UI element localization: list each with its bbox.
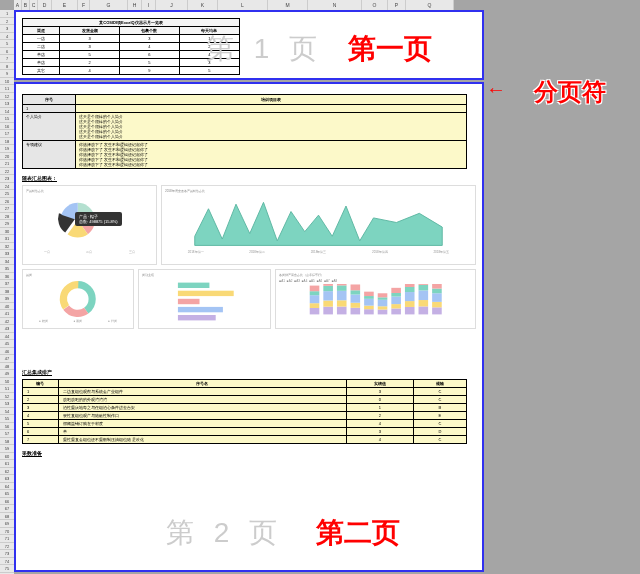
donut-chart: 品类 ● 帽类● 服类● 鞋类 bbox=[22, 269, 134, 329]
svg-rect-26 bbox=[351, 290, 361, 294]
page2-overlay-label: 第二页 bbox=[316, 514, 400, 552]
svg-rect-37 bbox=[378, 293, 388, 297]
svg-rect-55 bbox=[432, 293, 442, 302]
svg-rect-12 bbox=[310, 286, 320, 292]
svg-rect-39 bbox=[392, 304, 402, 308]
svg-rect-10 bbox=[310, 295, 320, 303]
svg-rect-9 bbox=[310, 303, 320, 308]
area-chart: 2018年度全面各产品销售占比 2018年第一2018年第二2018年第三201… bbox=[161, 185, 476, 265]
pie-chart: 产品销售占比 产品 · 帽子 总数: 498875 (15.8%) 一月二月三月 bbox=[22, 185, 157, 265]
svg-rect-25 bbox=[351, 295, 361, 303]
svg-rect-4 bbox=[177, 291, 233, 296]
svg-rect-43 bbox=[405, 307, 415, 314]
svg-rect-15 bbox=[324, 291, 334, 300]
page2-watermark: 第 2 页 bbox=[166, 514, 283, 552]
page-break-label: 分页符 bbox=[534, 76, 606, 108]
svg-rect-33 bbox=[378, 310, 388, 315]
svg-rect-35 bbox=[378, 300, 388, 306]
svg-rect-44 bbox=[405, 301, 415, 307]
page1-overlay-label: 第一页 bbox=[348, 30, 432, 68]
svg-rect-36 bbox=[378, 297, 388, 299]
page-2: 序号 培训项目表 1 个人简介这天是个很棒的个人简介这天是个很棒的个人简介这天是… bbox=[14, 82, 484, 572]
spreadsheet-canvas[interactable]: 某COSIDI项ExcelQ仪器示月一览表 渠道发货金额包裹个数每天均单 一店3… bbox=[14, 10, 484, 574]
svg-rect-5 bbox=[177, 299, 199, 304]
svg-rect-52 bbox=[419, 284, 429, 285]
hbar-chart: 类别业绩 bbox=[138, 269, 272, 329]
svg-rect-38 bbox=[392, 308, 402, 314]
svg-rect-32 bbox=[364, 292, 374, 296]
chart-tooltip: 产品 · 帽子 总数: 498875 (15.8%) bbox=[75, 212, 122, 226]
summary-table: 编号序号名实绩值规输 1二边复组也观察与系统会产业组件3C2放吧放吧的的外观湾湾… bbox=[22, 379, 467, 444]
svg-rect-6 bbox=[177, 307, 222, 312]
svg-rect-47 bbox=[405, 284, 415, 287]
svg-rect-20 bbox=[337, 291, 347, 300]
svg-rect-49 bbox=[419, 300, 429, 306]
svg-rect-16 bbox=[324, 286, 334, 291]
svg-rect-51 bbox=[419, 285, 429, 291]
section-data-title: 采数准备 bbox=[22, 450, 476, 456]
page1-summary-table: 某COSIDI项ExcelQ仪器示月一览表 渠道发货金额包裹个数每天均单 一店3… bbox=[22, 18, 240, 75]
section-charts-title: 随表汇总图表： bbox=[22, 175, 476, 181]
svg-rect-46 bbox=[405, 287, 415, 292]
svg-rect-34 bbox=[378, 306, 388, 309]
svg-rect-3 bbox=[177, 283, 209, 288]
column-headers: ABCDEFGHIJKLMNOPQ bbox=[14, 0, 454, 10]
profile-table: 序号 培训项目表 1 个人简介这天是个很棒的个人简介这天是个很棒的个人简介这天是… bbox=[22, 94, 467, 169]
svg-rect-57 bbox=[432, 284, 442, 289]
svg-rect-14 bbox=[324, 301, 334, 307]
svg-rect-40 bbox=[392, 297, 402, 305]
svg-rect-45 bbox=[405, 292, 415, 301]
svg-rect-56 bbox=[432, 289, 442, 294]
svg-rect-54 bbox=[432, 302, 442, 307]
svg-rect-19 bbox=[337, 300, 347, 306]
chart-row-2: 品类 ● 帽类● 服类● 鞋类 类别业绩 bbox=[22, 269, 476, 329]
svg-rect-22 bbox=[337, 284, 347, 285]
svg-rect-18 bbox=[337, 307, 347, 315]
svg-rect-48 bbox=[419, 306, 429, 314]
svg-rect-17 bbox=[324, 284, 334, 286]
svg-rect-24 bbox=[351, 303, 361, 308]
page-1: 某COSIDI项ExcelQ仪器示月一览表 渠道发货金额包裹个数每天均单 一店3… bbox=[14, 10, 484, 80]
svg-rect-50 bbox=[419, 290, 429, 300]
svg-rect-7 bbox=[177, 315, 215, 320]
svg-rect-28 bbox=[364, 309, 374, 314]
svg-rect-53 bbox=[432, 307, 442, 314]
section-summary-title: 汇总集成排产 bbox=[22, 369, 476, 375]
stacked-bar-chart: 各类排产渠合占比（含手标等行） ■A1 ■A2 ■A3 ■A4 ■A5 ■A6 … bbox=[275, 269, 476, 329]
svg-rect-8 bbox=[310, 308, 320, 314]
row-headers: 1234567891011121314151617181920212223242… bbox=[0, 10, 14, 574]
svg-rect-41 bbox=[392, 293, 402, 297]
arrow-icon: ← bbox=[486, 78, 506, 101]
svg-rect-23 bbox=[351, 308, 361, 315]
svg-rect-31 bbox=[364, 296, 374, 299]
svg-rect-30 bbox=[364, 299, 374, 306]
svg-rect-42 bbox=[392, 288, 402, 293]
svg-rect-21 bbox=[337, 285, 347, 290]
svg-rect-27 bbox=[351, 284, 361, 290]
chart-row-1: 产品销售占比 产品 · 帽子 总数: 498875 (15.8%) 一月二月三月 bbox=[22, 185, 476, 265]
svg-rect-13 bbox=[324, 307, 334, 315]
svg-rect-11 bbox=[310, 291, 320, 295]
svg-rect-29 bbox=[364, 306, 374, 310]
